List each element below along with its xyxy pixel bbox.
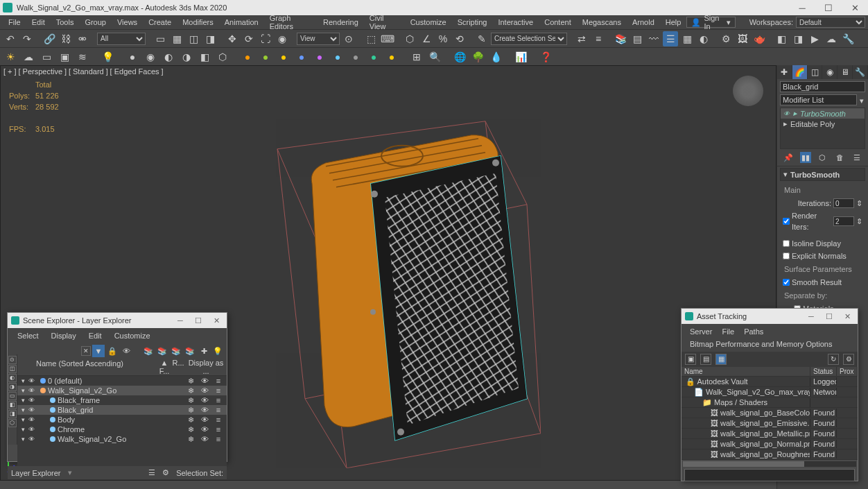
at-tb-3[interactable]: ▦ [715, 354, 727, 365]
workspaces-select[interactable]: Default [796, 17, 865, 28]
mat8-icon[interactable]: ● [366, 49, 381, 65]
pin-stack-button[interactable]: 📌 [783, 152, 794, 163]
named-sel-edit-button[interactable]: ✎ [474, 31, 489, 46]
lens-icon[interactable]: 🔍 [427, 49, 442, 65]
se-layer4-button[interactable]: 📚 [184, 345, 196, 357]
at-settings-button[interactable]: ⚙ [843, 354, 854, 365]
menu-content[interactable]: Content [539, 17, 577, 28]
menu-create[interactable]: Create [143, 17, 177, 28]
modifier-list-select[interactable]: Modifier List [780, 94, 857, 105]
rollout-turbosmooth[interactable]: ▾TurboSmooth [780, 168, 865, 181]
mat2-icon[interactable]: ● [258, 49, 273, 65]
scene-explorer-button[interactable]: ☰ [663, 31, 678, 46]
vray-plane-icon[interactable]: ▭ [39, 49, 54, 65]
se-menu-edit[interactable]: Edit [83, 330, 107, 341]
menu-customize[interactable]: Customize [405, 17, 452, 28]
se-clear-button[interactable]: ✕ [81, 346, 91, 356]
at-row[interactable]: 🖼 walk_signal_go_Emissive.pngFound [682, 418, 858, 429]
sphere4-icon[interactable]: ◑ [179, 49, 194, 65]
vray-light-icon[interactable]: 💡 [100, 49, 115, 65]
se-layer3-button[interactable]: 📚 [170, 345, 182, 357]
menu-views[interactable]: Views [112, 17, 143, 28]
schematic-button[interactable]: ▦ [679, 31, 695, 46]
se-menu-select[interactable]: Select [12, 330, 44, 341]
se-tree-row[interactable]: ▾👁Black_grid❄👁≡ [17, 405, 227, 415]
isoline-check[interactable] [783, 240, 790, 247]
render-button[interactable]: 🫖 [752, 31, 767, 46]
mat5-icon[interactable]: ● [312, 49, 327, 65]
mirror-button[interactable]: ⇄ [574, 31, 589, 46]
viewport-label[interactable]: [ + ] [ Perspective ] [ Standard ] [ Edg… [3, 67, 164, 76]
stack-turbosmooth[interactable]: 👁▸TurboSmooth [781, 108, 865, 119]
sphere2-icon[interactable]: ◉ [143, 49, 158, 65]
cp-modify-tab[interactable]: 🌈 [792, 65, 808, 79]
se-eye-button[interactable]: 👁 [120, 345, 132, 357]
move-button[interactable]: ✥ [225, 31, 240, 46]
filter-select[interactable]: All [97, 33, 146, 45]
se-side-4[interactable]: ◑ [8, 383, 17, 391]
placement-button[interactable]: ◉ [275, 31, 290, 46]
cp-motion-tab[interactable]: ◉ [822, 65, 837, 79]
at-menu-server[interactable]: Server [686, 326, 716, 337]
redo-button[interactable]: ↷ [19, 31, 35, 46]
at-row[interactable]: 🖼 walk_signal_go_Metallic.pngFound [682, 429, 858, 439]
menu-modifiers[interactable]: Modifiers [177, 17, 219, 28]
at-menu-file[interactable]: File [718, 326, 738, 337]
manip-button[interactable]: ⬚ [363, 31, 379, 46]
stack-editable-poly[interactable]: ▸Editable Poly [781, 119, 865, 129]
se-col-name[interactable]: Name (Sorted Ascending) [34, 359, 157, 375]
select-button[interactable]: ▭ [153, 31, 168, 46]
cp-display-tab[interactable]: 🖥 [837, 65, 853, 79]
percent-snap-button[interactable]: % [435, 31, 451, 46]
tree-icon[interactable]: 🌳 [470, 49, 485, 65]
se-side-7[interactable]: ◨ [8, 410, 17, 418]
iterations-input[interactable] [833, 198, 854, 208]
at-row[interactable]: 🔒 Autodesk VaultLogged... [682, 377, 858, 387]
named-sel-select[interactable]: Create Selection Set [491, 33, 567, 45]
sphere-icon[interactable]: ● [125, 49, 140, 65]
se-side-1[interactable]: ⊙ [8, 356, 17, 364]
unlink-button[interactable]: ⛓ [58, 31, 73, 46]
vray-ipr-button[interactable]: ▶ [807, 31, 822, 46]
help-icon[interactable]: ❓ [538, 49, 553, 65]
se-tree-row[interactable]: ▾👁Walk_Signal_v2_Go❄👁≡ [17, 434, 227, 444]
remove-mod-button[interactable]: 🗑 [834, 152, 845, 163]
chevron-down-icon[interactable]: ▾ [860, 96, 868, 105]
at-hscroll[interactable] [683, 461, 856, 467]
menu-group[interactable]: Group [79, 17, 112, 28]
cp-utility-tab[interactable]: 🔧 [853, 65, 868, 79]
mat6-icon[interactable]: ● [330, 49, 345, 65]
curve-editor-button[interactable]: 〰 [646, 31, 661, 46]
menu-help[interactable]: Help [660, 17, 687, 28]
material-editor-button[interactable]: ◐ [696, 31, 711, 46]
rotate-button[interactable]: ⟳ [241, 31, 257, 46]
spinner-icon[interactable]: ⇕ [856, 198, 862, 209]
vray-proxy-icon[interactable]: ▣ [57, 49, 72, 65]
explicit-check[interactable] [783, 252, 790, 259]
pivot-button[interactable]: ⊙ [341, 31, 356, 46]
se-side-3[interactable]: ◐ [8, 374, 17, 382]
at-menu-paths[interactable]: Paths [740, 326, 767, 337]
vray-sun-icon[interactable]: ☀ [3, 49, 18, 65]
se-col-d[interactable]: Display as ... [185, 359, 227, 375]
menu-file[interactable]: File [3, 17, 26, 28]
menu-megascans[interactable]: Megascans [577, 17, 627, 28]
render-iters-input[interactable] [833, 216, 854, 226]
menu-grapheditors[interactable]: Graph Editors [264, 12, 318, 32]
at-row[interactable]: 🖼 walk_signal_go_Normal.pngFound [682, 439, 858, 449]
at-refresh-button[interactable]: ↻ [828, 354, 839, 365]
close-button[interactable]: ✕ [844, 1, 865, 15]
at-menu-bitmap[interactable]: Bitmap Performance and Memory Options [686, 338, 836, 350]
cylinder-icon[interactable]: ⬡ [215, 49, 230, 65]
se-side-8[interactable]: ⬡ [8, 419, 17, 427]
vray-fur-icon[interactable]: ≋ [75, 49, 90, 65]
at-col-proxy[interactable]: Prox [837, 367, 858, 376]
angle-snap-button[interactable]: ∠ [419, 31, 434, 46]
panel-close-button[interactable]: ✕ [209, 316, 223, 325]
menu-civilview[interactable]: Civil View [364, 12, 405, 32]
select-name-button[interactable]: ▦ [169, 31, 184, 46]
sphere3-icon[interactable]: ◐ [161, 49, 176, 65]
cube-icon[interactable]: ◧ [197, 49, 212, 65]
mat7-icon[interactable]: ● [348, 49, 363, 65]
drop-icon[interactable]: 💧 [488, 49, 503, 65]
